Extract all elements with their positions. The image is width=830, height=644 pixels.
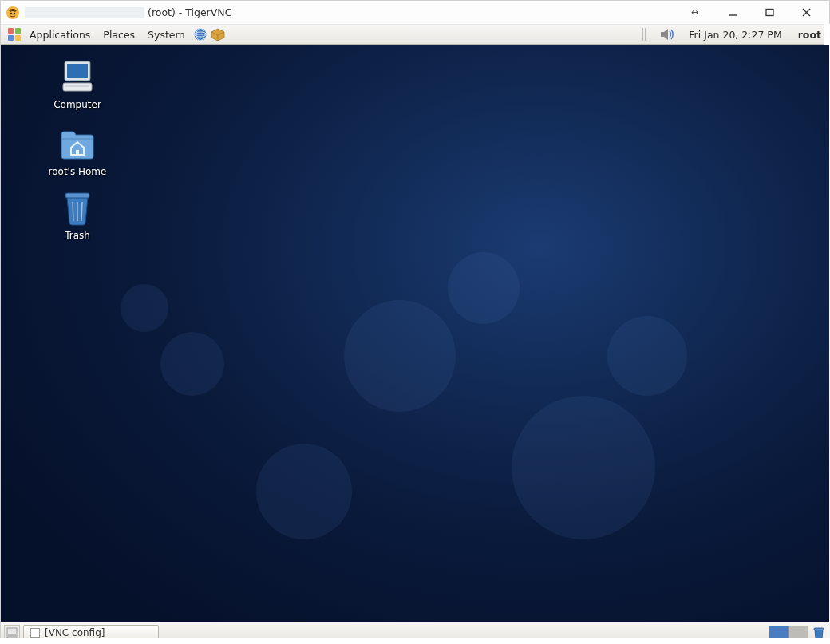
volume-icon[interactable] — [658, 26, 676, 43]
tigervnc-icon — [6, 6, 20, 20]
desktop-icon-label: Trash — [30, 230, 125, 241]
svg-rect-4 — [766, 10, 773, 16]
taskbar-item-label: [VNC config] — [45, 627, 105, 638]
desktop-icon-home[interactable]: root's Home — [30, 124, 125, 177]
wallpaper-bokeh — [160, 332, 224, 396]
svg-rect-18 — [65, 85, 89, 87]
top-panel-tray: Fri Jan 20, 2:27 PM root — [642, 26, 824, 43]
svg-rect-19 — [76, 150, 79, 155]
maximize-button[interactable] — [751, 1, 788, 25]
svg-rect-26 — [814, 628, 824, 630]
svg-point-2 — [14, 12, 15, 14]
browser-launcher-icon[interactable] — [192, 26, 209, 43]
window-icon — [30, 628, 40, 638]
svg-rect-25 — [8, 634, 16, 637]
user-menu[interactable]: root — [795, 29, 824, 41]
svg-rect-8 — [15, 28, 21, 34]
menu-applications-label: Applications — [30, 29, 90, 41]
svg-point-1 — [10, 12, 12, 14]
workspace-2[interactable] — [789, 626, 808, 639]
remote-desktop: Applications Places System Fri Jan 20, 2… — [1, 25, 829, 643]
desktop-icon-label: root's Home — [30, 166, 125, 177]
tigervnc-window: (root) - TigerVNC ↔ Applications Places … — [0, 0, 830, 644]
clock[interactable]: Fri Jan 20, 2:27 PM — [684, 29, 786, 41]
wallpaper-bokeh — [512, 396, 655, 539]
wallpaper-bokeh — [344, 300, 456, 412]
desktop-surface[interactable]: Computer root's Home — [1, 45, 829, 622]
host-title: (root) - TigerVNC — [25, 6, 231, 18]
gnome-top-panel[interactable]: Applications Places System Fri Jan 20, 2… — [1, 25, 829, 45]
svg-rect-20 — [65, 193, 89, 198]
panel-grip[interactable] — [642, 28, 647, 41]
svg-rect-7 — [8, 28, 14, 34]
package-launcher-icon[interactable] — [209, 26, 227, 43]
clock-text: Fri Jan 20, 2:27 PM — [689, 29, 781, 41]
wallpaper-bokeh — [607, 316, 687, 396]
menu-system-label: System — [148, 29, 185, 41]
svg-rect-16 — [67, 64, 88, 78]
desktop-icon-computer[interactable]: Computer — [30, 57, 125, 110]
host-titlebar[interactable]: (root) - TigerVNC ↔ — [1, 1, 829, 25]
menu-system[interactable]: System — [141, 25, 192, 44]
wallpaper-bokeh — [448, 252, 520, 324]
redacted-hostname — [25, 7, 144, 18]
menu-applications[interactable]: Applications — [23, 25, 97, 44]
host-title-suffix: (root) - TigerVNC — [148, 6, 231, 18]
svg-point-0 — [6, 6, 19, 19]
close-button[interactable] — [788, 1, 824, 25]
wallpaper-bokeh — [121, 284, 168, 332]
host-bottom-sliver — [0, 638, 830, 644]
desktop-icon-label: Computer — [30, 99, 125, 110]
svg-line-21 — [73, 202, 73, 221]
menu-places[interactable]: Places — [97, 25, 141, 44]
trash-icon — [58, 188, 97, 227]
gnome-menu-icon[interactable] — [6, 26, 23, 43]
menu-places-label: Places — [103, 29, 135, 41]
svg-rect-10 — [15, 35, 21, 41]
wallpaper-bokeh — [256, 444, 352, 539]
svg-rect-9 — [8, 35, 14, 41]
home-folder-icon — [58, 124, 97, 163]
user-label: root — [798, 29, 821, 41]
resize-grip-icon[interactable]: ↔ — [691, 7, 698, 18]
computer-icon — [58, 57, 97, 96]
workspace-1[interactable] — [769, 626, 789, 639]
svg-line-23 — [81, 202, 82, 221]
minimize-button[interactable] — [714, 1, 751, 25]
desktop-icon-trash[interactable]: Trash — [30, 188, 125, 241]
